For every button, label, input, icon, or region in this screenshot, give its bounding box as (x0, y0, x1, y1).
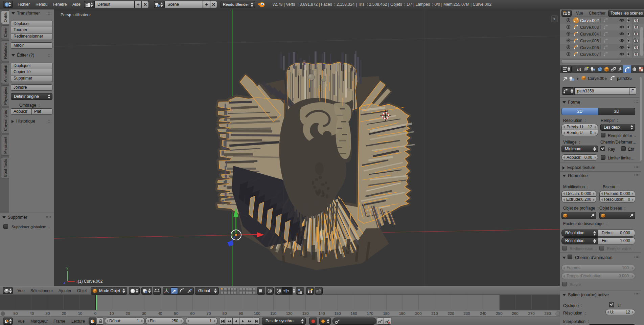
svg-text:(1) Curve.002: (1) Curve.002 (78, 279, 103, 284)
svg-text:Persp. utilisateur: Persp. utilisateur (61, 13, 91, 17)
svg-text:y: y (66, 266, 68, 270)
svg-text:z: z (64, 280, 66, 284)
svg-text:+: + (553, 16, 556, 21)
